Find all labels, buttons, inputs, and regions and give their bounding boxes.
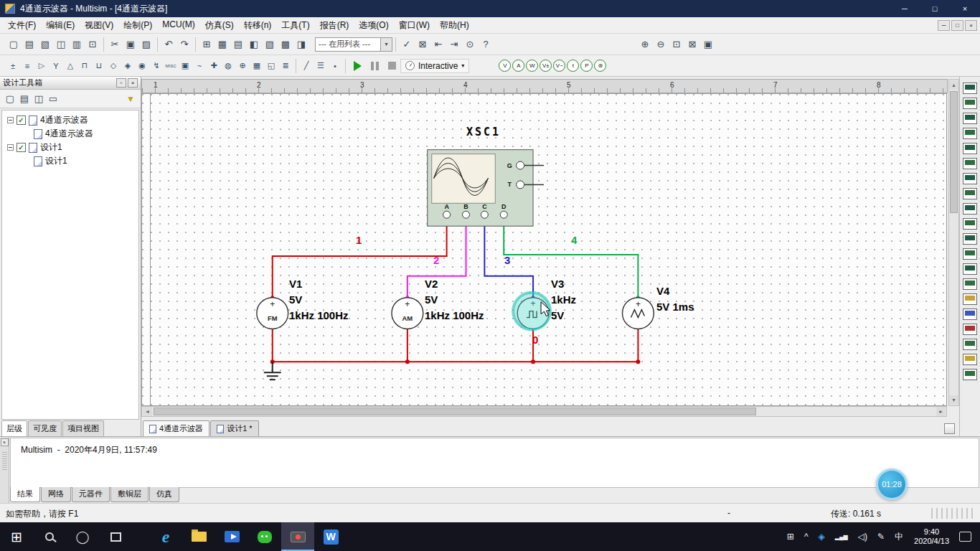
hidden-icons-chevron[interactable]: ^ bbox=[799, 522, 814, 551]
ground-symbol[interactable] bbox=[264, 362, 281, 380]
network-icon[interactable]: ▂▄▆ bbox=[830, 522, 853, 551]
tree-root-design1[interactable]: ✓ 设计1 bbox=[4, 141, 137, 154]
scroll-up-arrow[interactable]: ▲ bbox=[949, 80, 958, 90]
tree-root-scope-design[interactable]: ✓ 4通道示波器 bbox=[4, 113, 137, 127]
place-misc-digital-icon[interactable]: ◇ bbox=[106, 58, 121, 74]
zoom-fit-icon[interactable]: ⊠ bbox=[684, 37, 700, 52]
open-sample-icon[interactable]: ▧ bbox=[37, 37, 53, 52]
back-annotate-icon[interactable]: ⇤ bbox=[430, 37, 446, 52]
frequency-counter-icon[interactable] bbox=[963, 173, 977, 184]
menu-tools[interactable]: 工具(T) bbox=[276, 17, 314, 34]
ime-icon[interactable]: 中 bbox=[890, 522, 908, 551]
tree-sheet-design1[interactable]: 设计1 bbox=[4, 154, 137, 168]
scroll-left-arrow[interactable]: ◄ bbox=[143, 407, 152, 416]
net-label-4[interactable]: 4 bbox=[571, 234, 577, 246]
vertical-scrollbar[interactable]: ▲ ▼ bbox=[948, 79, 959, 406]
menu-options[interactable]: 选项(O) bbox=[354, 17, 393, 34]
word-generator-icon[interactable] bbox=[963, 188, 977, 199]
agilent-multimeter-icon[interactable] bbox=[963, 309, 977, 320]
security-icon[interactable]: ◈ bbox=[814, 522, 830, 551]
results-tab[interactable]: 结果 bbox=[10, 487, 40, 502]
forward-annotate-icon[interactable]: ⇥ bbox=[446, 37, 462, 52]
search-button[interactable] bbox=[33, 522, 66, 551]
place-mixed-icon[interactable]: ◈ bbox=[121, 58, 135, 74]
probe-periodic-icon[interactable]: P bbox=[580, 60, 593, 72]
net-label-3[interactable]: 3 bbox=[504, 254, 510, 266]
wechat-icon[interactable] bbox=[248, 522, 281, 551]
scroll-down-arrow[interactable]: ▼ bbox=[949, 395, 958, 405]
close-button[interactable]: × bbox=[950, 0, 980, 17]
tree-checkbox[interactable]: ✓ bbox=[17, 116, 26, 125]
net-label-2[interactable]: 2 bbox=[433, 254, 439, 266]
tree-sheet-scope-design[interactable]: 4通道示波器 bbox=[4, 127, 137, 141]
logic-converter-icon[interactable] bbox=[963, 203, 977, 215]
taskbar-clock[interactable]: 9:40 2020/4/13 bbox=[908, 527, 955, 546]
paste-icon[interactable]: ▨ bbox=[138, 37, 154, 52]
multimeter-icon[interactable] bbox=[963, 83, 977, 94]
logic-analyzer-icon[interactable] bbox=[963, 218, 977, 230]
database-manager-icon[interactable]: ▤ bbox=[230, 37, 246, 52]
place-advanced-peripherals-icon[interactable]: ▣ bbox=[178, 58, 192, 74]
bus-mode-icon[interactable]: ☰ bbox=[314, 58, 328, 74]
menu-mcu[interactable]: MCU(M) bbox=[157, 17, 199, 34]
wps-icon[interactable]: W bbox=[314, 522, 347, 551]
find-icon[interactable]: ⊙ bbox=[462, 37, 478, 52]
panel-close-button[interactable]: × bbox=[128, 78, 138, 88]
wire-net-0[interactable] bbox=[273, 329, 639, 362]
mdi-close-button[interactable]: × bbox=[965, 20, 977, 31]
fullscreen-icon[interactable]: ▣ bbox=[700, 37, 716, 52]
tree-item-label[interactable]: 设计1 bbox=[40, 141, 62, 154]
probe-voltage-icon[interactable]: V bbox=[499, 60, 511, 72]
spectrum-analyzer-icon[interactable] bbox=[963, 263, 977, 275]
place-transistor-icon[interactable]: Y bbox=[49, 58, 63, 74]
maximize-button[interactable]: □ bbox=[920, 0, 950, 17]
toolbox-new-icon[interactable]: ▢ bbox=[3, 92, 17, 106]
horizontal-scrollbar[interactable]: ◄ ► bbox=[141, 406, 947, 417]
panel-float-button[interactable]: ▫ bbox=[116, 78, 126, 88]
menu-file[interactable]: 文件(F) bbox=[3, 17, 41, 34]
help-icon[interactable]: ? bbox=[478, 37, 494, 52]
tree-item-label[interactable]: 4通道示波器 bbox=[45, 128, 93, 140]
place-diode-icon[interactable]: ▷ bbox=[34, 58, 49, 74]
toolbox-save-icon[interactable]: ◫ bbox=[32, 92, 46, 106]
iv-analyzer-icon[interactable] bbox=[963, 233, 977, 245]
toolbox-filter-icon[interactable]: ▼ bbox=[123, 92, 138, 106]
schematic-canvas[interactable]: G T A B C D + bbox=[141, 93, 947, 406]
place-indicator-icon[interactable]: ◉ bbox=[135, 58, 149, 74]
cortana-button[interactable]: ◯ bbox=[66, 522, 99, 551]
file-explorer-icon[interactable] bbox=[182, 522, 215, 551]
dropdown-arrow-icon[interactable]: ▾ bbox=[380, 38, 392, 51]
open-file-icon[interactable]: ▤ bbox=[22, 37, 37, 52]
copy-icon[interactable]: ▣ bbox=[123, 37, 138, 52]
labview-instrument-icon[interactable] bbox=[963, 354, 977, 365]
erc-check-icon[interactable]: ✓ bbox=[399, 37, 415, 52]
tree-item-label[interactable]: 设计1 bbox=[45, 155, 67, 167]
agilent-oscilloscope-icon[interactable] bbox=[963, 324, 977, 335]
wire-mode-icon[interactable]: ╱ bbox=[299, 58, 314, 74]
grapher-icon[interactable]: ▧ bbox=[262, 37, 278, 52]
agilent-function-generator-icon[interactable] bbox=[963, 293, 977, 305]
menu-transfer[interactable]: 转移(n) bbox=[239, 17, 277, 34]
undo-icon[interactable]: ↶ bbox=[161, 37, 176, 52]
zoom-in-icon[interactable]: ⊕ bbox=[637, 37, 653, 52]
source-v2[interactable]: + AM bbox=[392, 298, 423, 329]
zoom-area-icon[interactable]: ⊡ bbox=[669, 37, 684, 52]
probe-voltage-rms-icon[interactable]: V~ bbox=[553, 60, 565, 72]
source-v4[interactable]: + bbox=[622, 298, 654, 329]
vertical-scroll-thumb[interactable] bbox=[950, 91, 958, 213]
oscilloscope-icon[interactable] bbox=[963, 128, 977, 139]
pen-icon[interactable]: ✎ bbox=[872, 522, 890, 551]
probe-instantaneous-icon[interactable]: t bbox=[567, 60, 579, 72]
scope-ref-label[interactable]: XSC1 bbox=[466, 126, 501, 138]
action-center-icon[interactable] bbox=[959, 532, 971, 542]
junction-icon[interactable]: • bbox=[328, 58, 342, 74]
place-mcu-icon[interactable]: ▦ bbox=[250, 58, 264, 74]
in-use-list-dropdown[interactable]: --- 在用列表 --- ▾ bbox=[315, 37, 392, 52]
four-channel-oscilloscope-icon[interactable] bbox=[963, 143, 977, 154]
mdi-restore-button[interactable]: □ bbox=[951, 20, 963, 31]
menu-view[interactable]: 视图(V) bbox=[80, 17, 118, 34]
sheet-tab[interactable]: 设计1 * bbox=[210, 420, 258, 436]
bode-plotter-icon[interactable] bbox=[963, 158, 977, 169]
current-probe-icon[interactable] bbox=[963, 369, 977, 380]
distortion-analyzer-icon[interactable] bbox=[963, 248, 977, 260]
